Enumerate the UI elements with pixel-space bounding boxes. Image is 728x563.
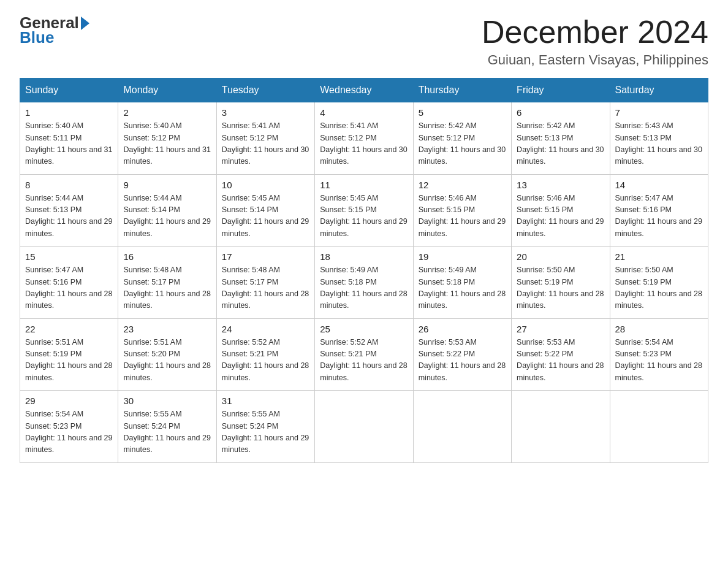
calendar-cell: 2 Sunrise: 5:40 AMSunset: 5:12 PMDayligh…: [118, 102, 216, 175]
calendar-header-wednesday: Wednesday: [315, 79, 413, 102]
calendar-cell: [413, 391, 511, 463]
day-info: Sunrise: 5:41 AMSunset: 5:12 PMDaylight:…: [222, 121, 309, 166]
day-number: 17: [222, 251, 309, 262]
calendar-cell: 28 Sunrise: 5:54 AMSunset: 5:23 PMDaylig…: [610, 318, 708, 391]
calendar-cell: 22 Sunrise: 5:51 AMSunset: 5:19 PMDaylig…: [20, 318, 118, 391]
day-number: 11: [320, 180, 408, 190]
day-number: 8: [25, 180, 113, 190]
location-subtitle: Guiuan, Eastern Visayas, Philippines: [482, 52, 708, 68]
day-number: 10: [222, 180, 309, 190]
day-number: 2: [123, 107, 211, 118]
day-info: Sunrise: 5:42 AMSunset: 5:12 PMDaylight:…: [419, 121, 506, 166]
calendar-header-row: SundayMondayTuesdayWednesdayThursdayFrid…: [20, 79, 708, 102]
calendar-cell: 24 Sunrise: 5:52 AMSunset: 5:21 PMDaylig…: [216, 318, 314, 391]
calendar-header-monday: Monday: [118, 79, 216, 102]
calendar-header-tuesday: Tuesday: [216, 79, 314, 102]
day-info: Sunrise: 5:53 AMSunset: 5:22 PMDaylight:…: [517, 338, 604, 382]
day-info: Sunrise: 5:55 AMSunset: 5:24 PMDaylight:…: [123, 410, 210, 454]
calendar-cell: [512, 391, 610, 463]
calendar-cell: 30 Sunrise: 5:55 AMSunset: 5:24 PMDaylig…: [118, 391, 216, 463]
calendar-cell: 7 Sunrise: 5:43 AMSunset: 5:13 PMDayligh…: [610, 102, 708, 175]
day-number: 9: [123, 180, 211, 190]
day-number: 13: [517, 180, 604, 190]
day-info: Sunrise: 5:45 AMSunset: 5:14 PMDaylight:…: [222, 194, 309, 238]
day-number: 21: [615, 251, 703, 262]
day-number: 23: [123, 324, 211, 334]
day-info: Sunrise: 5:49 AMSunset: 5:18 PMDaylight:…: [419, 266, 506, 310]
day-info: Sunrise: 5:41 AMSunset: 5:12 PMDaylight:…: [320, 121, 407, 166]
calendar-cell: 23 Sunrise: 5:51 AMSunset: 5:20 PMDaylig…: [118, 318, 216, 391]
calendar-cell: 14 Sunrise: 5:47 AMSunset: 5:16 PMDaylig…: [610, 174, 708, 247]
day-info: Sunrise: 5:44 AMSunset: 5:13 PMDaylight:…: [25, 194, 112, 238]
calendar-cell: 10 Sunrise: 5:45 AMSunset: 5:14 PMDaylig…: [216, 174, 314, 247]
calendar-header-thursday: Thursday: [413, 79, 511, 102]
calendar-cell: 26 Sunrise: 5:53 AMSunset: 5:22 PMDaylig…: [413, 318, 511, 391]
day-info: Sunrise: 5:47 AMSunset: 5:16 PMDaylight:…: [615, 194, 702, 238]
calendar-cell: 19 Sunrise: 5:49 AMSunset: 5:18 PMDaylig…: [413, 247, 511, 319]
day-number: 6: [517, 107, 604, 118]
day-info: Sunrise: 5:43 AMSunset: 5:13 PMDaylight:…: [615, 121, 702, 166]
calendar-week-row: 15 Sunrise: 5:47 AMSunset: 5:16 PMDaylig…: [20, 247, 708, 319]
title-area: December 2024 Guiuan, Eastern Visayas, P…: [482, 15, 708, 68]
calendar-cell: 17 Sunrise: 5:48 AMSunset: 5:17 PMDaylig…: [216, 247, 314, 319]
day-number: 26: [419, 324, 506, 334]
month-title: December 2024: [482, 15, 708, 50]
day-number: 30: [123, 396, 211, 406]
calendar-cell: 31 Sunrise: 5:55 AMSunset: 5:24 PMDaylig…: [216, 391, 314, 463]
page-header: General Blue December 2024 Guiuan, Easte…: [20, 15, 708, 68]
calendar-cell: 9 Sunrise: 5:44 AMSunset: 5:14 PMDayligh…: [118, 174, 216, 247]
calendar-header-sunday: Sunday: [20, 79, 118, 102]
day-info: Sunrise: 5:55 AMSunset: 5:24 PMDaylight:…: [222, 410, 309, 454]
day-number: 3: [222, 107, 309, 118]
day-info: Sunrise: 5:50 AMSunset: 5:19 PMDaylight:…: [517, 266, 604, 310]
day-info: Sunrise: 5:47 AMSunset: 5:16 PMDaylight:…: [25, 266, 112, 310]
day-number: 5: [419, 107, 506, 118]
calendar-cell: 21 Sunrise: 5:50 AMSunset: 5:19 PMDaylig…: [610, 247, 708, 319]
day-info: Sunrise: 5:46 AMSunset: 5:15 PMDaylight:…: [517, 194, 604, 238]
logo: General Blue: [20, 15, 89, 47]
calendar-cell: 4 Sunrise: 5:41 AMSunset: 5:12 PMDayligh…: [315, 102, 413, 175]
day-info: Sunrise: 5:48 AMSunset: 5:17 PMDaylight:…: [123, 266, 210, 310]
day-number: 12: [419, 180, 506, 190]
day-number: 31: [222, 396, 309, 406]
calendar-cell: 1 Sunrise: 5:40 AMSunset: 5:11 PMDayligh…: [20, 102, 118, 175]
calendar-cell: 27 Sunrise: 5:53 AMSunset: 5:22 PMDaylig…: [512, 318, 610, 391]
calendar-cell: 3 Sunrise: 5:41 AMSunset: 5:12 PMDayligh…: [216, 102, 314, 175]
calendar-cell: 18 Sunrise: 5:49 AMSunset: 5:18 PMDaylig…: [315, 247, 413, 319]
day-number: 4: [320, 107, 408, 118]
calendar-cell: [610, 391, 708, 463]
day-info: Sunrise: 5:40 AMSunset: 5:11 PMDaylight:…: [25, 121, 112, 166]
day-info: Sunrise: 5:51 AMSunset: 5:20 PMDaylight:…: [123, 338, 210, 382]
day-info: Sunrise: 5:48 AMSunset: 5:17 PMDaylight:…: [222, 266, 309, 310]
calendar-cell: 11 Sunrise: 5:45 AMSunset: 5:15 PMDaylig…: [315, 174, 413, 247]
day-number: 22: [25, 324, 113, 334]
day-number: 29: [25, 396, 113, 406]
day-number: 20: [517, 251, 604, 262]
day-number: 18: [320, 251, 408, 262]
calendar-cell: 29 Sunrise: 5:54 AMSunset: 5:23 PMDaylig…: [20, 391, 118, 463]
day-info: Sunrise: 5:52 AMSunset: 5:21 PMDaylight:…: [222, 338, 309, 382]
calendar-header-saturday: Saturday: [610, 79, 708, 102]
day-info: Sunrise: 5:40 AMSunset: 5:12 PMDaylight:…: [123, 121, 210, 166]
day-info: Sunrise: 5:53 AMSunset: 5:22 PMDaylight:…: [419, 338, 506, 382]
calendar-cell: 5 Sunrise: 5:42 AMSunset: 5:12 PMDayligh…: [413, 102, 511, 175]
calendar-week-row: 8 Sunrise: 5:44 AMSunset: 5:13 PMDayligh…: [20, 174, 708, 247]
day-number: 27: [517, 324, 604, 334]
calendar-week-row: 22 Sunrise: 5:51 AMSunset: 5:19 PMDaylig…: [20, 318, 708, 391]
calendar-cell: 16 Sunrise: 5:48 AMSunset: 5:17 PMDaylig…: [118, 247, 216, 319]
calendar-cell: 6 Sunrise: 5:42 AMSunset: 5:13 PMDayligh…: [512, 102, 610, 175]
day-info: Sunrise: 5:45 AMSunset: 5:15 PMDaylight:…: [320, 194, 407, 238]
calendar-table: SundayMondayTuesdayWednesdayThursdayFrid…: [20, 78, 708, 463]
day-number: 24: [222, 324, 309, 334]
day-info: Sunrise: 5:54 AMSunset: 5:23 PMDaylight:…: [615, 338, 702, 382]
day-number: 28: [615, 324, 703, 334]
calendar-cell: 20 Sunrise: 5:50 AMSunset: 5:19 PMDaylig…: [512, 247, 610, 319]
day-info: Sunrise: 5:50 AMSunset: 5:19 PMDaylight:…: [615, 266, 702, 310]
day-info: Sunrise: 5:44 AMSunset: 5:14 PMDaylight:…: [123, 194, 210, 238]
calendar-cell: 15 Sunrise: 5:47 AMSunset: 5:16 PMDaylig…: [20, 247, 118, 319]
calendar-cell: 13 Sunrise: 5:46 AMSunset: 5:15 PMDaylig…: [512, 174, 610, 247]
day-number: 15: [25, 251, 113, 262]
calendar-cell: [315, 391, 413, 463]
day-info: Sunrise: 5:54 AMSunset: 5:23 PMDaylight:…: [25, 410, 112, 454]
calendar-cell: 25 Sunrise: 5:52 AMSunset: 5:21 PMDaylig…: [315, 318, 413, 391]
